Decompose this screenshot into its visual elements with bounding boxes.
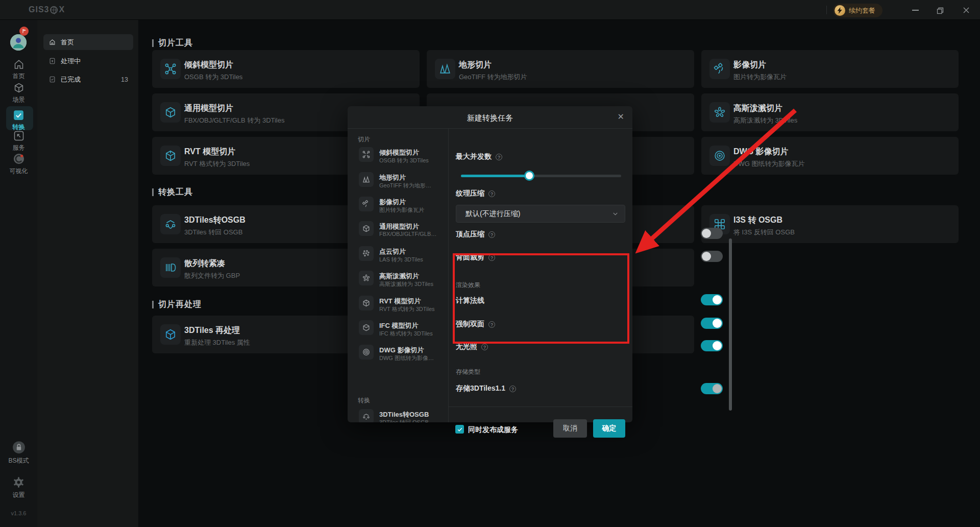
dialog-task-type-list: 切片 倾斜模型切片 OSGB 转为 3DTiles 地形切片 GeoTIFF 转… xyxy=(348,129,449,422)
list-item-rvt-model[interactable]: RVT 模型切片 RVT 格式转为 3DTiles xyxy=(348,296,449,319)
mountain-icon xyxy=(435,59,455,79)
unlit-row: 无光照 ? xyxy=(456,342,488,351)
minimize-button[interactable] xyxy=(912,10,919,11)
force-double-sided-toggle[interactable] xyxy=(701,318,723,329)
unlit-toggle[interactable] xyxy=(701,340,723,351)
section-title: 切片工具 xyxy=(158,38,193,49)
list-item-subtitle: 图片转为影像瓦片 xyxy=(379,206,424,214)
storage-3dtiles11-toggle[interactable] xyxy=(701,383,723,394)
service-arrow-icon xyxy=(13,130,25,142)
list-item-title: 倾斜模型切片 xyxy=(379,148,419,157)
card-subtitle: FBX/OBJ/GLTF/GLB 转为 3DTiles xyxy=(184,116,284,125)
sidebar-item-visualize[interactable]: 可视化 xyxy=(0,152,37,176)
logo-text: GIS3 xyxy=(29,5,49,14)
doc-check-icon xyxy=(48,76,56,83)
sidebar-item-scene[interactable]: 场景 xyxy=(0,82,37,104)
help-icon[interactable]: ? xyxy=(496,154,502,160)
sidebar-item-convert[interactable]: 转换 xyxy=(0,109,37,132)
list-item-subtitle: LAS 转为 3DTiles xyxy=(379,256,423,264)
heading-bar xyxy=(152,188,154,196)
drone-icon xyxy=(160,59,181,79)
compute-normals-toggle[interactable] xyxy=(701,294,723,305)
list-item-dwg-imagery[interactable]: DWG 影像切片 DWG 图纸转为影像… xyxy=(348,345,449,368)
notification-badge-icon[interactable] xyxy=(19,27,29,36)
publish-service-checkbox[interactable] xyxy=(455,425,464,434)
help-icon[interactable]: ? xyxy=(481,344,488,350)
card-oblique-model-slicing[interactable]: 倾斜模型切片 OSGB 转为 3DTiles xyxy=(152,50,420,88)
cancel-button[interactable]: 取消 xyxy=(553,419,587,438)
concurrency-slider[interactable] xyxy=(461,175,621,177)
card-subtitle: 图片转为影像瓦片 xyxy=(733,73,787,82)
list-item-point-cloud[interactable]: 点云切片 LAS 转为 3DTiles xyxy=(348,246,449,270)
list-item-title: DWG 影像切片 xyxy=(379,346,424,355)
app-window: GIS3 X 续约套餐 xyxy=(0,0,980,527)
confirm-button[interactable]: 确定 xyxy=(593,419,625,438)
gisbox-logo: GIS3 X xyxy=(29,5,65,14)
logo-text-suffix: X xyxy=(59,5,65,14)
restore-button[interactable] xyxy=(937,7,944,14)
force-double-sided-row: 强制双面 ? xyxy=(456,320,495,329)
list-item-oblique[interactable]: 倾斜模型切片 OSGB 转为 3DTiles xyxy=(348,147,449,171)
list-item-title: RVT 模型切片 xyxy=(379,297,421,306)
blue-cube-icon xyxy=(160,324,181,345)
help-icon[interactable]: ? xyxy=(488,231,495,238)
section-heading-reprocess: 切片再处理 xyxy=(152,299,202,310)
sidebar-item-home[interactable]: 首页 xyxy=(0,58,37,81)
slider-thumb[interactable] xyxy=(524,171,534,181)
setting-label: 纹理压缩 xyxy=(456,189,484,198)
help-icon[interactable]: ? xyxy=(488,321,495,328)
card-terrain-slicing[interactable]: 地形切片 GeoTIFF 转为地形切片 xyxy=(427,50,694,88)
sidebar-item-service[interactable]: 服务 xyxy=(0,130,37,152)
list-item-gaussian-splat[interactable]: 高斯泼溅切片 高斯泼溅转为 3DTiles xyxy=(348,271,449,294)
setting-label: 背面裁剪 xyxy=(456,253,484,262)
card-imagery-slicing[interactable]: 影像切片 图片转为影像瓦片 xyxy=(701,50,959,88)
section-heading-convert: 转换工具 xyxy=(152,187,193,198)
satellite-icon xyxy=(359,197,374,211)
card-dwg-imagery-slicing[interactable]: DWG 影像切片 DWG 图纸转为影像瓦片 xyxy=(701,137,959,175)
list-item-general-model[interactable]: 通用模型切片 FBX/OBJ/GLTF/GLB… xyxy=(348,221,449,245)
list-item-imagery[interactable]: 影像切片 图片转为影像瓦片 xyxy=(348,197,449,220)
subnav-item-home[interactable]: 首页 xyxy=(43,34,133,50)
list-item-subtitle: DWG 图纸转为影像… xyxy=(379,354,434,362)
sidebar-item-settings[interactable]: 设置 xyxy=(0,475,37,499)
card-subtitle: GeoTIFF 转为地形切片 xyxy=(459,73,527,82)
list-item-title: 影像切片 xyxy=(379,198,406,207)
subnav-item-processing[interactable]: 处理中 xyxy=(43,53,133,69)
concentric-circles-icon xyxy=(709,146,730,166)
help-icon[interactable]: ? xyxy=(509,386,516,392)
bars-compact-icon xyxy=(160,257,181,278)
list-item-terrain[interactable]: 地形切片 GeoTIFF 转为地形… xyxy=(348,172,449,196)
texture-compression-select[interactable]: 默认(不进行压缩) xyxy=(456,205,625,223)
cube-icon xyxy=(359,320,374,335)
card-subtitle: 将 I3S 反转回 OSGB xyxy=(733,228,795,237)
list-item-title: 3DTiles转OSGB xyxy=(379,410,429,419)
titlebar: GIS3 X 续约套餐 xyxy=(0,0,980,20)
card-subtitle: 3DTiles 转回 OSGB xyxy=(184,228,242,237)
wire-cube-icon xyxy=(359,296,374,310)
subnav-item-done[interactable]: 已完成 13 xyxy=(43,71,133,87)
sidebar-item-bs-mode[interactable]: BS模式 xyxy=(0,440,37,465)
help-icon[interactable]: ? xyxy=(488,254,495,261)
card-i3s-to-osgb[interactable]: I3S 转 OSGB 将 I3S 反转回 OSGB xyxy=(701,205,959,243)
backface-culling-toggle[interactable] xyxy=(701,251,723,262)
close-window-button[interactable] xyxy=(963,7,970,14)
sidebar-item-label: 场景 xyxy=(0,95,37,104)
list-item-3dtiles-to-osgb[interactable]: 3DTiles转OSGB 3DTiles 转回 OSGB xyxy=(348,409,449,422)
list-item-title: 高斯泼溅切片 xyxy=(379,272,419,281)
help-icon[interactable]: ? xyxy=(488,190,495,197)
avatar[interactable] xyxy=(10,34,27,51)
list-item-subtitle: RVT 格式转为 3DTiles xyxy=(379,305,435,313)
list-item-subtitle: GeoTIFF 转为地形… xyxy=(379,182,431,189)
heading-bar xyxy=(152,39,154,47)
list-item-ifc-model[interactable]: IFC 模型切片 IFC 格式转为 3DTiles xyxy=(348,320,449,344)
list-item-title: 点云切片 xyxy=(379,247,406,256)
chevron-down-icon xyxy=(612,210,619,217)
vertex-compression-toggle[interactable] xyxy=(701,228,723,239)
setting-label: 强制双面 xyxy=(456,320,484,329)
card-gaussian-splat-slicing[interactable]: 高斯泼溅切片 高斯泼溅转为 3DTiles xyxy=(701,93,959,131)
settings-scrollbar[interactable] xyxy=(729,238,732,411)
compute-normals-row: 计算法线 xyxy=(456,296,484,305)
dialog-close-icon[interactable]: ✕ xyxy=(618,113,624,121)
renew-plan-button[interactable]: 续约套餐 xyxy=(833,4,883,17)
gear-icon xyxy=(12,475,26,489)
